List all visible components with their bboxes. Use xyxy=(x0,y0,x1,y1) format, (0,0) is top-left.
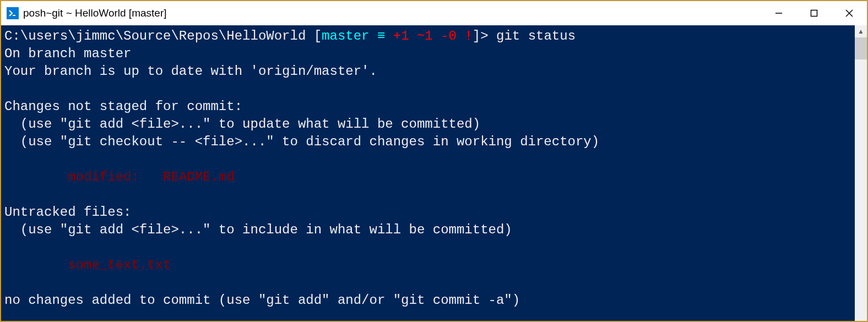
prompt-bracket-open: [ xyxy=(306,29,322,43)
output-line: no changes added to commit (use "git add… xyxy=(4,293,520,308)
titlebar: posh~git ~ HelloWorld [master] xyxy=(1,1,867,25)
prompt-tilde: ~1 xyxy=(409,29,433,43)
output-line: (use "git checkout -- <file>..." to disc… xyxy=(4,134,599,149)
prompt-minus: -0 xyxy=(433,29,457,43)
close-button[interactable] xyxy=(832,1,867,25)
terminal-output[interactable]: C:\users\jimmc\Source\Repos\HelloWorld [… xyxy=(1,25,855,321)
prompt-branch: master xyxy=(322,29,369,43)
command-input: git status xyxy=(489,29,576,43)
prompt-bracket-close: ]> xyxy=(473,29,489,43)
output-line: Changes not staged for commit: xyxy=(4,99,242,114)
vertical-scrollbar[interactable]: ▲ xyxy=(855,25,867,321)
minimize-button[interactable] xyxy=(761,1,796,25)
output-line: On branch master xyxy=(4,46,131,61)
scroll-up-icon[interactable]: ▲ xyxy=(855,25,867,37)
prompt-path: C:\users\jimmc\Source\Repos\HelloWorld xyxy=(4,29,306,43)
terminal-wrapper: C:\users\jimmc\Source\Repos\HelloWorld [… xyxy=(1,25,867,321)
output-untracked-file: some_text.txt xyxy=(4,258,171,272)
svg-rect-2 xyxy=(811,10,817,17)
output-line: Untracked files: xyxy=(4,205,131,220)
prompt-bang: ! xyxy=(457,29,473,43)
powershell-icon xyxy=(7,7,19,19)
output-line: Your branch is up to date with 'origin/m… xyxy=(4,64,377,79)
output-line: (use "git add <file>..." to include in w… xyxy=(4,222,512,237)
window-controls xyxy=(761,1,867,25)
output-line: (use "git add <file>..." to update what … xyxy=(4,117,480,132)
window-title: posh~git ~ HelloWorld [master] xyxy=(23,7,761,19)
scroll-thumb[interactable] xyxy=(855,37,867,59)
prompt-plus: +1 xyxy=(385,29,409,43)
output-modified-file: modified: README.md xyxy=(4,170,235,184)
maximize-button[interactable] xyxy=(796,1,832,25)
prompt-equiv: ≡ xyxy=(370,29,386,43)
